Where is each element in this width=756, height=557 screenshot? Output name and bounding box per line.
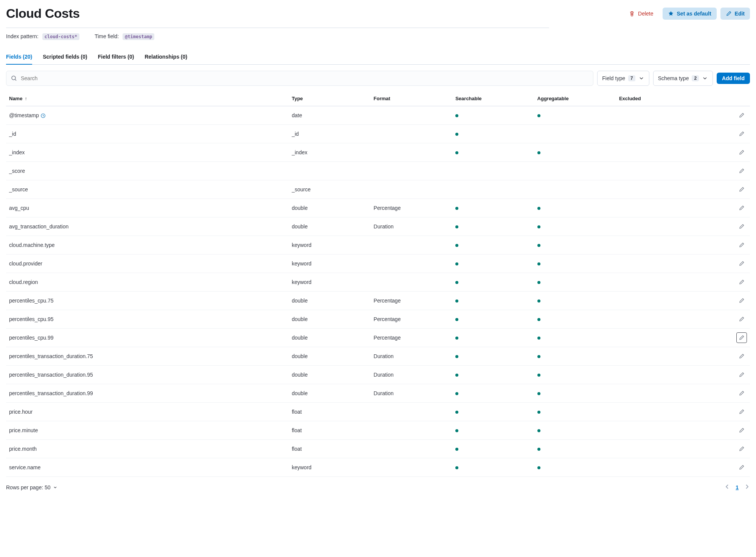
edit-field-button[interactable]	[736, 166, 747, 176]
cell-excluded	[616, 236, 698, 254]
edit-field-button[interactable]	[736, 425, 747, 436]
dot-icon	[537, 207, 540, 210]
pencil-icon	[739, 427, 745, 433]
dot-icon	[537, 318, 540, 321]
cell-aggregatable	[534, 310, 616, 329]
edit-field-button[interactable]	[736, 184, 747, 195]
table-row: percentiles_transaction_duration.95doubl…	[6, 366, 750, 384]
edit-field-button[interactable]	[736, 407, 747, 417]
chevron-down-icon	[702, 75, 708, 81]
cell-name: service.name	[6, 458, 289, 477]
edit-field-button[interactable]	[736, 444, 747, 454]
table-row: percentiles_transaction_duration.75doubl…	[6, 347, 750, 366]
cell-searchable	[452, 384, 534, 403]
cell-format: Percentage	[371, 199, 452, 217]
pager-prev[interactable]	[724, 484, 730, 491]
table-row: percentiles_cpu.75doublePercentage	[6, 292, 750, 310]
col-name[interactable]: Name↑	[6, 92, 289, 106]
cell-searchable	[452, 125, 534, 143]
cell-name: percentiles_cpu.95	[6, 310, 289, 329]
pager: 1	[724, 484, 750, 491]
dot-icon	[455, 299, 458, 303]
tab[interactable]: Field filters (0)	[98, 50, 134, 64]
set-default-button[interactable]: Set as default	[663, 8, 717, 20]
dot-icon	[455, 225, 458, 228]
dot-icon	[455, 392, 458, 395]
cell-name: _source	[6, 180, 289, 199]
cell-aggregatable	[534, 180, 616, 199]
cell-actions	[698, 236, 750, 254]
cell-format	[371, 254, 452, 273]
cell-excluded	[616, 421, 698, 440]
cell-actions	[698, 458, 750, 477]
cell-name: _score	[6, 162, 289, 180]
dot-icon	[455, 281, 458, 284]
edit-field-button[interactable]	[736, 221, 747, 232]
delete-button[interactable]: Delete	[624, 8, 658, 20]
edit-field-button[interactable]	[736, 147, 747, 158]
cell-actions	[698, 143, 750, 162]
cell-type: double	[289, 199, 370, 217]
edit-field-button[interactable]	[736, 314, 747, 324]
edit-field-button[interactable]	[736, 388, 747, 399]
col-format[interactable]: Format	[371, 92, 452, 106]
cell-format	[371, 125, 452, 143]
cell-format	[371, 421, 452, 440]
col-excluded[interactable]: Excluded	[616, 92, 698, 106]
dot-icon	[455, 411, 458, 414]
cell-aggregatable	[534, 162, 616, 180]
edit-field-button[interactable]	[736, 351, 747, 362]
field-type-label: Field type	[602, 75, 625, 81]
dot-icon	[455, 318, 458, 321]
edit-field-button[interactable]	[736, 240, 747, 250]
add-field-button[interactable]: Add field	[717, 73, 750, 84]
col-type[interactable]: Type	[289, 92, 370, 106]
sort-ascending-icon: ↑	[25, 96, 27, 101]
edit-button[interactable]: Edit	[720, 8, 750, 20]
tab[interactable]: Scripted fields (0)	[43, 50, 87, 64]
edit-field-button[interactable]	[736, 369, 747, 380]
cell-type: keyword	[289, 254, 370, 273]
edit-field-button[interactable]	[736, 332, 747, 343]
table-row: _index_index	[6, 143, 750, 162]
dot-icon	[455, 374, 458, 377]
search-wrapper[interactable]	[6, 71, 593, 86]
pencil-icon	[739, 186, 745, 192]
col-aggregatable[interactable]: Aggregatable	[534, 92, 616, 106]
cell-type	[289, 162, 370, 180]
edit-field-button[interactable]	[736, 295, 747, 306]
cell-type: keyword	[289, 273, 370, 292]
field-type-filter[interactable]: Field type 7	[597, 71, 649, 86]
edit-field-button[interactable]	[736, 462, 747, 473]
rows-per-page[interactable]: Rows per page: 50	[6, 484, 57, 490]
pager-next[interactable]	[744, 484, 750, 491]
edit-field-button[interactable]	[736, 203, 747, 213]
cell-excluded	[616, 273, 698, 292]
pencil-icon	[739, 168, 745, 174]
table-row: cloud.providerkeyword	[6, 254, 750, 273]
cell-format: Duration	[371, 347, 452, 366]
pencil-icon	[739, 316, 745, 322]
pager-current[interactable]: 1	[736, 484, 739, 490]
schema-type-filter[interactable]: Schema type 2	[653, 71, 713, 86]
tab[interactable]: Relationships (0)	[144, 50, 187, 64]
tab[interactable]: Fields (20)	[6, 50, 32, 64]
pencil-icon	[739, 298, 745, 304]
cell-actions	[698, 125, 750, 143]
pencil-icon	[739, 353, 745, 359]
edit-field-button[interactable]	[736, 110, 747, 121]
edit-field-button[interactable]	[736, 277, 747, 287]
edit-field-button[interactable]	[736, 258, 747, 269]
dot-icon	[537, 411, 540, 414]
cell-searchable	[452, 236, 534, 254]
col-searchable[interactable]: Searchable	[452, 92, 534, 106]
cell-type: _id	[289, 125, 370, 143]
cell-searchable	[452, 421, 534, 440]
search-input[interactable]	[20, 75, 588, 82]
cell-aggregatable	[534, 199, 616, 217]
cell-aggregatable	[534, 440, 616, 458]
cell-type: float	[289, 440, 370, 458]
cell-actions	[698, 106, 750, 125]
cell-name: percentiles_transaction_duration.95	[6, 366, 289, 384]
edit-field-button[interactable]	[736, 129, 747, 139]
